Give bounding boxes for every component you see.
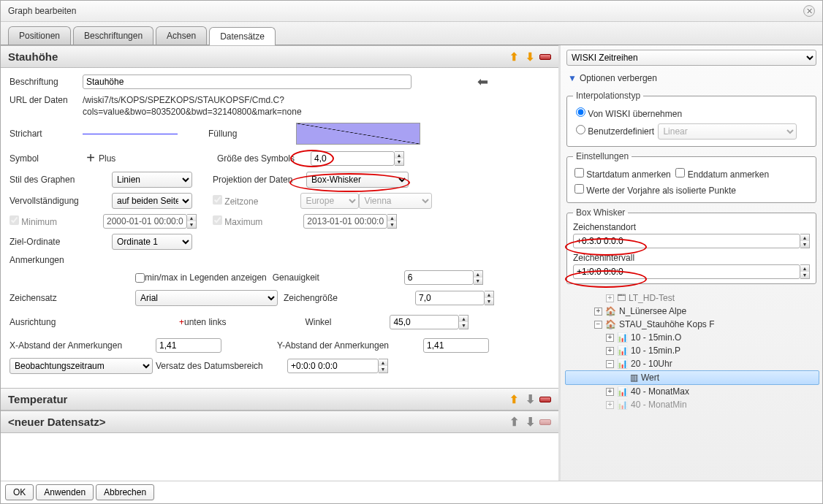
label-minimum: Minimum xyxy=(21,217,57,227)
tab-beschriftungen[interactable]: Beschriftungen xyxy=(73,26,153,45)
collapse-icon[interactable]: − xyxy=(606,360,614,368)
label-fuellung: Füllung xyxy=(208,129,296,139)
spinner-down-icon[interactable]: ▼ xyxy=(395,159,403,165)
tab-datensaetze[interactable]: Datensätze xyxy=(209,27,276,45)
remove-icon[interactable] xyxy=(539,397,551,402)
tab-positionen[interactable]: Positionen xyxy=(8,26,71,45)
input-maximum xyxy=(303,214,387,229)
input-minimum xyxy=(103,214,187,229)
radio-user[interactable] xyxy=(576,125,585,134)
ausrichtung-text[interactable]: unten links xyxy=(184,317,226,327)
select-beob[interactable]: Beobachtungszeitraum xyxy=(10,358,153,374)
remove-icon[interactable] xyxy=(539,54,551,60)
house-icon: 🏠 xyxy=(605,306,616,316)
timeseries-tree[interactable]: +🗔LT_HD-Test +🏠N_Lünersee Alpe −🏠STAU_St… xyxy=(561,289,822,414)
check-enddatum[interactable] xyxy=(675,168,685,177)
close-icon[interactable]: ✕ xyxy=(803,5,815,17)
expand-icon[interactable]: + xyxy=(606,294,614,302)
expand-icon[interactable]: + xyxy=(606,401,614,409)
section-title: Stauhöhe xyxy=(8,50,58,63)
plus-icon: + xyxy=(83,150,99,167)
select-projektion[interactable]: Box-Whisker xyxy=(306,172,409,188)
tab-achsen[interactable]: Achsen xyxy=(156,26,207,45)
reset-icon[interactable]: ⬅ xyxy=(477,74,488,90)
label-ausrichtung: Ausrichtung xyxy=(10,317,135,327)
label-groesse: Größe des Symbols xyxy=(217,153,311,164)
label-stil: Stil des Graphen xyxy=(10,175,112,185)
label-yabstand: Y-Abstand der Anmerkungen xyxy=(277,340,423,351)
input-winkel[interactable] xyxy=(390,315,459,329)
label-strichart: Strichart xyxy=(10,129,83,139)
expand-icon[interactable]: + xyxy=(594,308,602,316)
expand-icon[interactable]: + xyxy=(606,347,614,355)
select-source[interactable]: WISKI Zeitreihen xyxy=(566,50,816,66)
move-up-icon[interactable]: ⬆ xyxy=(507,394,520,405)
anwenden-button[interactable]: Anwenden xyxy=(36,484,94,500)
label-vervoll: Vervollständigung xyxy=(10,196,112,206)
select-region: Europe xyxy=(300,193,359,209)
move-down-icon[interactable]: ⬇ xyxy=(523,394,536,405)
section-header-temperatur[interactable]: Temperatur ⬆ ⬇ xyxy=(1,388,558,411)
label-zeichensatz: Zeichensatz xyxy=(10,293,135,303)
section-header-neu[interactable]: <neuer Datensatz> ⬆ ⬇ xyxy=(1,411,558,433)
input-xabstand[interactable] xyxy=(156,338,221,353)
group-boxwhisker: Box Whisker Zeichenstandort ▲▼ Zeichenin… xyxy=(566,207,816,284)
select-interp-user: Linear xyxy=(658,123,797,140)
move-up-icon[interactable]: ⬆ xyxy=(507,51,520,63)
move-up-icon[interactable]: ⬆ xyxy=(507,416,520,428)
expand-icon[interactable]: + xyxy=(606,388,614,396)
label-beschriftung: Beschriftung xyxy=(10,77,83,87)
check-minimum xyxy=(10,215,19,225)
tabbar: Positionen Beschriftungen Achsen Datensä… xyxy=(1,22,822,45)
select-ziel[interactable]: Ordinate 1 xyxy=(112,234,192,250)
input-zeichenstandort[interactable] xyxy=(573,234,800,248)
input-versatz[interactable] xyxy=(287,359,379,373)
label-projektion: Projektion der Daten xyxy=(213,175,306,185)
check-minmax[interactable] xyxy=(135,273,145,283)
series-icon: 📊 xyxy=(617,332,628,343)
footer-bar: OK Anwenden Abbrechen xyxy=(1,481,822,503)
move-down-icon[interactable]: ⬇ xyxy=(523,51,536,63)
label-zeichenstandort: Zeichenstandort xyxy=(573,222,810,232)
table-icon: 🗔 xyxy=(617,293,626,303)
section-header-stauhoehe: Stauhöhe ⬆ ⬇ xyxy=(1,45,558,68)
select-zeichensatz[interactable]: Arial xyxy=(135,290,278,306)
series-icon: 📊 xyxy=(617,359,628,369)
radio-wiski[interactable] xyxy=(576,107,585,117)
options-toggle[interactable]: ▼ Optionen verbergen xyxy=(561,70,822,86)
collapse-icon[interactable]: − xyxy=(594,321,602,329)
input-zeichengroesse[interactable] xyxy=(415,291,485,305)
triangle-down-icon: ▼ xyxy=(568,73,577,83)
label-user: Benutzerdefiniert xyxy=(588,126,654,137)
spinner-up-icon[interactable]: ▲ xyxy=(395,152,403,159)
select-city: Vienna xyxy=(359,193,432,209)
move-down-icon[interactable]: ⬇ xyxy=(523,416,536,428)
tree-item-selected[interactable]: ▥Wert xyxy=(565,370,819,385)
fill-style-sample[interactable] xyxy=(296,123,420,145)
input-beschriftung[interactable] xyxy=(83,75,412,89)
select-stil[interactable]: Linien xyxy=(112,172,192,188)
input-zeichenintervall[interactable] xyxy=(573,264,800,279)
section-title-neu: <neuer Datensatz> xyxy=(8,416,105,428)
label-zeichenintervall: Zeichenintervall xyxy=(573,253,810,263)
check-startdatum[interactable] xyxy=(574,168,584,177)
series-icon: 📊 xyxy=(617,345,628,356)
group-einstellungen: Einstellungen Startdatum anmerken Enddat… xyxy=(566,151,816,203)
label-symbol: Symbol xyxy=(10,153,83,164)
window-titlebar: Graph bearbeiten ✕ xyxy=(1,1,822,22)
label-ziel: Ziel-Ordinate xyxy=(10,237,112,247)
check-vorjahre[interactable] xyxy=(574,184,584,194)
label-genau: Genauigkeit xyxy=(273,272,404,283)
label-versatz: Versatz des Datumsbereich xyxy=(156,361,287,371)
line-style-sample[interactable] xyxy=(83,127,178,140)
url-text: /wiski7/ts/KOPS/SPEZKOPS/STAUKOPSF/Cmd.C… xyxy=(83,95,492,118)
check-maximum xyxy=(213,215,222,225)
input-yabstand[interactable] xyxy=(423,338,489,353)
ok-button[interactable]: OK xyxy=(5,484,34,500)
label-winkel: Winkel xyxy=(305,317,390,327)
input-genau[interactable] xyxy=(404,270,474,285)
abbrechen-button[interactable]: Abbrechen xyxy=(96,484,154,500)
expand-icon[interactable]: + xyxy=(606,334,614,342)
select-vervoll[interactable]: auf beiden Seiten xyxy=(112,193,192,209)
input-symbol-size[interactable] xyxy=(311,151,395,166)
